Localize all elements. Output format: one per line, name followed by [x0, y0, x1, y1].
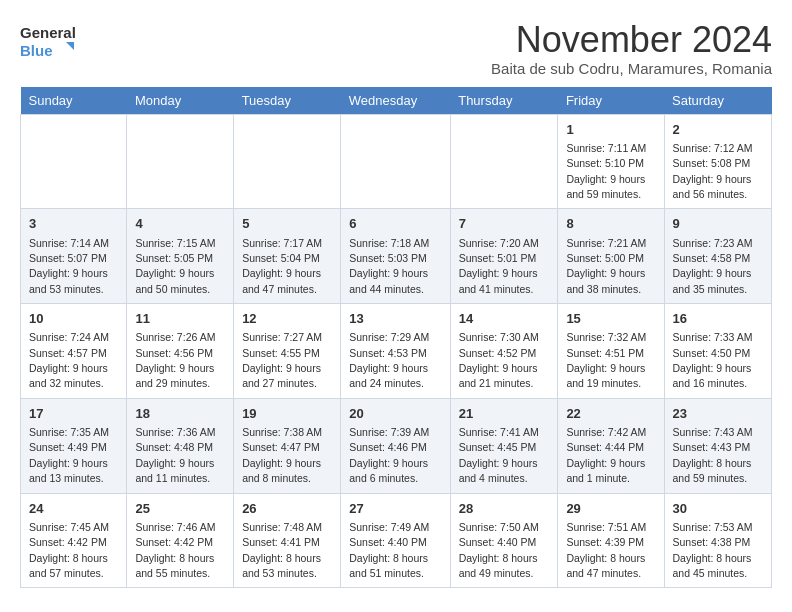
day-number: 15: [566, 310, 655, 328]
weekday-header-sunday: Sunday: [21, 87, 127, 115]
calendar-cell: 21Sunrise: 7:41 AM Sunset: 4:45 PM Dayli…: [450, 398, 558, 493]
calendar-week-row: 10Sunrise: 7:24 AM Sunset: 4:57 PM Dayli…: [21, 304, 772, 399]
day-number: 21: [459, 405, 550, 423]
calendar-cell: 24Sunrise: 7:45 AM Sunset: 4:42 PM Dayli…: [21, 493, 127, 588]
weekday-header-monday: Monday: [127, 87, 234, 115]
day-info: Sunrise: 7:49 AM Sunset: 4:40 PM Dayligh…: [349, 521, 429, 579]
calendar-cell: 26Sunrise: 7:48 AM Sunset: 4:41 PM Dayli…: [234, 493, 341, 588]
day-number: 28: [459, 500, 550, 518]
day-info: Sunrise: 7:45 AM Sunset: 4:42 PM Dayligh…: [29, 521, 109, 579]
day-number: 3: [29, 215, 118, 233]
calendar-cell: 15Sunrise: 7:32 AM Sunset: 4:51 PM Dayli…: [558, 304, 664, 399]
day-number: 25: [135, 500, 225, 518]
calendar-cell: 16Sunrise: 7:33 AM Sunset: 4:50 PM Dayli…: [664, 304, 771, 399]
day-number: 6: [349, 215, 441, 233]
day-info: Sunrise: 7:21 AM Sunset: 5:00 PM Dayligh…: [566, 237, 646, 295]
day-number: 14: [459, 310, 550, 328]
day-info: Sunrise: 7:38 AM Sunset: 4:47 PM Dayligh…: [242, 426, 322, 484]
calendar-cell: 23Sunrise: 7:43 AM Sunset: 4:43 PM Dayli…: [664, 398, 771, 493]
day-number: 1: [566, 121, 655, 139]
day-number: 8: [566, 215, 655, 233]
calendar-cell: 13Sunrise: 7:29 AM Sunset: 4:53 PM Dayli…: [341, 304, 450, 399]
logo: GeneralBlue: [20, 20, 80, 64]
day-number: 10: [29, 310, 118, 328]
day-number: 19: [242, 405, 332, 423]
calendar-cell: 8Sunrise: 7:21 AM Sunset: 5:00 PM Daylig…: [558, 209, 664, 304]
calendar-cell: 11Sunrise: 7:26 AM Sunset: 4:56 PM Dayli…: [127, 304, 234, 399]
day-info: Sunrise: 7:36 AM Sunset: 4:48 PM Dayligh…: [135, 426, 215, 484]
calendar-cell: 22Sunrise: 7:42 AM Sunset: 4:44 PM Dayli…: [558, 398, 664, 493]
day-number: 22: [566, 405, 655, 423]
day-number: 11: [135, 310, 225, 328]
calendar-cell: 5Sunrise: 7:17 AM Sunset: 5:04 PM Daylig…: [234, 209, 341, 304]
weekday-header-saturday: Saturday: [664, 87, 771, 115]
svg-marker-2: [66, 42, 74, 50]
svg-text:General: General: [20, 24, 76, 41]
calendar-cell: 10Sunrise: 7:24 AM Sunset: 4:57 PM Dayli…: [21, 304, 127, 399]
day-number: 24: [29, 500, 118, 518]
day-number: 12: [242, 310, 332, 328]
svg-text:Blue: Blue: [20, 42, 53, 59]
calendar-cell: 7Sunrise: 7:20 AM Sunset: 5:01 PM Daylig…: [450, 209, 558, 304]
calendar-cell: 19Sunrise: 7:38 AM Sunset: 4:47 PM Dayli…: [234, 398, 341, 493]
calendar-cell: 30Sunrise: 7:53 AM Sunset: 4:38 PM Dayli…: [664, 493, 771, 588]
calendar-cell: [127, 114, 234, 209]
day-info: Sunrise: 7:43 AM Sunset: 4:43 PM Dayligh…: [673, 426, 753, 484]
day-info: Sunrise: 7:35 AM Sunset: 4:49 PM Dayligh…: [29, 426, 109, 484]
calendar-week-row: 1Sunrise: 7:11 AM Sunset: 5:10 PM Daylig…: [21, 114, 772, 209]
calendar-cell: 3Sunrise: 7:14 AM Sunset: 5:07 PM Daylig…: [21, 209, 127, 304]
title-section: November 2024 Baita de sub Codru, Maramu…: [491, 20, 772, 77]
day-info: Sunrise: 7:20 AM Sunset: 5:01 PM Dayligh…: [459, 237, 539, 295]
calendar-cell: 12Sunrise: 7:27 AM Sunset: 4:55 PM Dayli…: [234, 304, 341, 399]
weekday-header-wednesday: Wednesday: [341, 87, 450, 115]
day-info: Sunrise: 7:33 AM Sunset: 4:50 PM Dayligh…: [673, 331, 753, 389]
calendar-week-row: 3Sunrise: 7:14 AM Sunset: 5:07 PM Daylig…: [21, 209, 772, 304]
weekday-header-friday: Friday: [558, 87, 664, 115]
calendar-cell: 9Sunrise: 7:23 AM Sunset: 4:58 PM Daylig…: [664, 209, 771, 304]
day-info: Sunrise: 7:12 AM Sunset: 5:08 PM Dayligh…: [673, 142, 753, 200]
calendar-cell: 29Sunrise: 7:51 AM Sunset: 4:39 PM Dayli…: [558, 493, 664, 588]
day-info: Sunrise: 7:27 AM Sunset: 4:55 PM Dayligh…: [242, 331, 322, 389]
day-number: 26: [242, 500, 332, 518]
day-info: Sunrise: 7:26 AM Sunset: 4:56 PM Dayligh…: [135, 331, 215, 389]
day-info: Sunrise: 7:32 AM Sunset: 4:51 PM Dayligh…: [566, 331, 646, 389]
day-number: 2: [673, 121, 763, 139]
day-number: 20: [349, 405, 441, 423]
calendar-cell: [341, 114, 450, 209]
day-info: Sunrise: 7:18 AM Sunset: 5:03 PM Dayligh…: [349, 237, 429, 295]
day-info: Sunrise: 7:39 AM Sunset: 4:46 PM Dayligh…: [349, 426, 429, 484]
day-number: 9: [673, 215, 763, 233]
calendar-cell: 28Sunrise: 7:50 AM Sunset: 4:40 PM Dayli…: [450, 493, 558, 588]
day-info: Sunrise: 7:42 AM Sunset: 4:44 PM Dayligh…: [566, 426, 646, 484]
day-info: Sunrise: 7:30 AM Sunset: 4:52 PM Dayligh…: [459, 331, 539, 389]
day-number: 17: [29, 405, 118, 423]
calendar-cell: 18Sunrise: 7:36 AM Sunset: 4:48 PM Dayli…: [127, 398, 234, 493]
day-number: 18: [135, 405, 225, 423]
day-number: 27: [349, 500, 441, 518]
weekday-header-tuesday: Tuesday: [234, 87, 341, 115]
month-title: November 2024: [491, 20, 772, 60]
page-header: GeneralBlue November 2024 Baita de sub C…: [20, 20, 772, 77]
calendar-week-row: 17Sunrise: 7:35 AM Sunset: 4:49 PM Dayli…: [21, 398, 772, 493]
calendar-table: SundayMondayTuesdayWednesdayThursdayFrid…: [20, 87, 772, 589]
day-number: 16: [673, 310, 763, 328]
calendar-cell: 25Sunrise: 7:46 AM Sunset: 4:42 PM Dayli…: [127, 493, 234, 588]
logo-svg: GeneralBlue: [20, 20, 80, 64]
calendar-cell: 2Sunrise: 7:12 AM Sunset: 5:08 PM Daylig…: [664, 114, 771, 209]
day-number: 7: [459, 215, 550, 233]
calendar-cell: 20Sunrise: 7:39 AM Sunset: 4:46 PM Dayli…: [341, 398, 450, 493]
calendar-cell: [234, 114, 341, 209]
day-info: Sunrise: 7:29 AM Sunset: 4:53 PM Dayligh…: [349, 331, 429, 389]
day-number: 13: [349, 310, 441, 328]
calendar-cell: 14Sunrise: 7:30 AM Sunset: 4:52 PM Dayli…: [450, 304, 558, 399]
calendar-cell: 4Sunrise: 7:15 AM Sunset: 5:05 PM Daylig…: [127, 209, 234, 304]
day-info: Sunrise: 7:15 AM Sunset: 5:05 PM Dayligh…: [135, 237, 215, 295]
location-subtitle: Baita de sub Codru, Maramures, Romania: [491, 60, 772, 77]
day-number: 23: [673, 405, 763, 423]
calendar-cell: 27Sunrise: 7:49 AM Sunset: 4:40 PM Dayli…: [341, 493, 450, 588]
day-info: Sunrise: 7:17 AM Sunset: 5:04 PM Dayligh…: [242, 237, 322, 295]
calendar-cell: 1Sunrise: 7:11 AM Sunset: 5:10 PM Daylig…: [558, 114, 664, 209]
day-info: Sunrise: 7:48 AM Sunset: 4:41 PM Dayligh…: [242, 521, 322, 579]
calendar-cell: 17Sunrise: 7:35 AM Sunset: 4:49 PM Dayli…: [21, 398, 127, 493]
calendar-cell: 6Sunrise: 7:18 AM Sunset: 5:03 PM Daylig…: [341, 209, 450, 304]
